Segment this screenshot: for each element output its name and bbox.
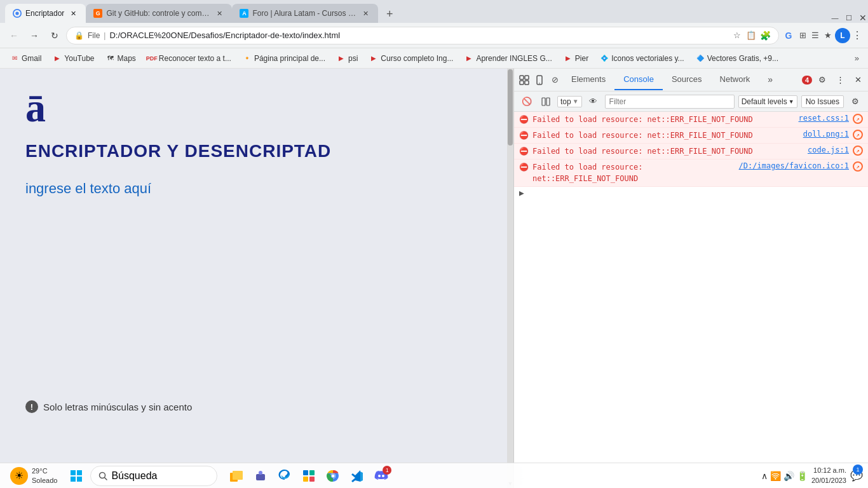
error-link-3[interactable]: code.js:1 [808, 146, 849, 154]
taskbar-search[interactable]: Búsqueda [90, 466, 217, 486]
sidebar-icon[interactable]: ⊞ [797, 30, 808, 41]
more-bookmarks-button[interactable]: » [851, 52, 863, 64]
no-issues-button[interactable]: No Issues [801, 95, 844, 108]
user-avatar[interactable]: L [835, 28, 850, 43]
tab-encriptador[interactable]: Encriptador ✕ [5, 4, 86, 23]
menu-icon[interactable]: ⋮ [851, 30, 863, 41]
bookmark-vectores-icon[interactable]: 💠 Iconos vectoriales y... [595, 53, 689, 64]
protocol-label: File [88, 31, 100, 40]
devtools-tab-network[interactable]: Network [711, 70, 759, 90]
devtools-tab-elements[interactable]: Elements [562, 70, 614, 90]
scroll-thumb[interactable] [508, 69, 513, 146]
tab-close-encriptador[interactable]: ✕ [68, 8, 78, 18]
window-controls: — ☐ ✕ [830, 13, 868, 23]
cast-icon[interactable]: 📋 [745, 30, 757, 41]
notification-area[interactable]: 💬 1 [850, 464, 863, 487]
bookmark-reconocer[interactable]: PDF Reconocer texto a t... [142, 53, 236, 64]
devtools-block-icon[interactable]: ⊘ [547, 72, 562, 88]
tab-groups-icon[interactable]: ☰ [810, 30, 821, 41]
error-icon-2: ⛔ [519, 131, 529, 140]
svg-rect-12 [71, 477, 76, 482]
tab-close-git[interactable]: ✕ [214, 8, 224, 18]
default-levels-button[interactable]: Default levels ▼ [738, 95, 797, 108]
taskbar-app-teams[interactable] [249, 464, 272, 487]
console-gear-icon[interactable]: ⚙ [848, 94, 863, 109]
error-link-2[interactable]: doll.png:1 [803, 130, 849, 139]
console-expand-row[interactable]: ▶ [514, 187, 868, 199]
webpage-scrollbar[interactable]: ▲ ▼ [507, 69, 513, 488]
devtools-tab-console[interactable]: Console [614, 70, 663, 90]
devtools-settings-icon[interactable]: ⚙ [815, 72, 830, 88]
webpage: ā ENCRIPTADOR Y DESENCRIPTAD ingrese el … [0, 69, 513, 488]
close-button[interactable]: ✕ [858, 13, 868, 23]
taskbar-weather[interactable]: ☀ 29°C Soleado [5, 465, 62, 486]
taskbar-app-discord[interactable]: 1 [370, 464, 393, 487]
new-tab-button[interactable]: + [381, 5, 398, 23]
console-clear-icon[interactable]: 🚫 [519, 94, 534, 109]
edge-icon [278, 469, 292, 483]
bookmark-pagina[interactable]: 🔸 Página principal de... [238, 53, 330, 64]
reload-button[interactable]: ↻ [46, 27, 64, 44]
notification-badge: 1 [853, 464, 863, 475]
bookmark-pier[interactable]: ▶ Pier [559, 53, 593, 64]
nav-bar: ← → ↻ 🔒 File | D:/ORACLE%20ONE/Desafios/… [0, 23, 868, 48]
error-link-4[interactable]: /D:/images/favicon.ico:1 [739, 161, 849, 170]
maximize-button[interactable]: ☐ [844, 13, 854, 23]
devtools-tab-more[interactable]: » [759, 70, 782, 90]
taskbar-date-display: 20/01/2023 [811, 476, 846, 485]
bookmark-label-reconocer: Reconocer texto a t... [159, 54, 231, 63]
bookmark-label-curso: Curso completo Ing... [381, 54, 453, 63]
taskbar-clock[interactable]: 10:12 a.m. 20/01/2023 [811, 466, 846, 485]
bookmark-aprender[interactable]: ▶ Aprender INGLES G... [459, 53, 557, 64]
wifi-icon[interactable]: 🛜 [770, 471, 781, 481]
bookmarks-icon[interactable]: ★ [822, 30, 834, 41]
taskbar-app-store[interactable] [297, 464, 320, 487]
chevron-up-icon[interactable]: ∧ [761, 471, 768, 481]
tab-alura[interactable]: A Foro | Alura Latam - Cursos onlin... ✕ [232, 4, 378, 23]
taskbar-app-edge[interactable] [273, 464, 296, 487]
tab-favicon-encriptador [13, 9, 22, 18]
taskbar-app-explorer[interactable] [225, 464, 248, 487]
devtools-inspect-icon[interactable] [517, 72, 532, 88]
console-error-4: ⛔ Failed to load resource: net::ERR_FILE… [514, 159, 868, 187]
svg-rect-9 [546, 98, 550, 105]
error-link-1[interactable]: reset.css:1 [799, 114, 849, 123]
search-icon [98, 471, 107, 480]
devtools-close-icon[interactable]: ✕ [850, 72, 865, 88]
address-bar[interactable]: 🔒 File | D:/ORACLE%20ONE/Desafios/Encrip… [66, 27, 779, 44]
console-filter-input[interactable] [605, 95, 735, 109]
taskbar-app-chrome[interactable] [322, 464, 344, 487]
svg-point-27 [332, 474, 335, 477]
bookmark-label-aprender: Aprender INGLES G... [476, 54, 552, 63]
taskbar: ☀ 29°C Soleado Búsqueda [0, 463, 868, 488]
console-error-2: ⛔ Failed to load resource: net::ERR_FILE… [514, 128, 868, 144]
bookmark-maps[interactable]: 🗺 Maps [101, 53, 141, 64]
bookmark-gmail[interactable]: ✉ Gmail [5, 53, 46, 64]
bookmark-star-icon[interactable]: ☆ [731, 30, 743, 41]
tab-close-alura[interactable]: ✕ [360, 8, 370, 18]
bookmark-youtube[interactable]: ▶ YouTube [48, 53, 99, 64]
minimize-button[interactable]: — [830, 13, 840, 23]
svg-rect-5 [525, 81, 529, 85]
taskbar-app-vscode[interactable] [346, 464, 369, 487]
forward-button[interactable]: → [25, 27, 43, 44]
bookmark-psi[interactable]: ▶ psi [332, 53, 363, 64]
extensions-icon[interactable]: 🧩 [759, 30, 771, 41]
console-expand-icon[interactable] [538, 94, 553, 109]
bookmark-label-pier: Pier [575, 54, 588, 63]
google-icon[interactable]: G [782, 29, 796, 43]
devtools-mobile-icon[interactable] [532, 72, 547, 88]
bookmark-curso[interactable]: ▶ Curso completo Ing... [364, 53, 458, 64]
bookmark-vectores-gratis[interactable]: 🔷 Vectores Gratis, +9... [691, 53, 783, 64]
console-eye-icon[interactable]: 👁 [586, 94, 601, 109]
back-button[interactable]: ← [5, 27, 23, 44]
error-msg-2: Failed to load resource: net::ERR_FILE_N… [532, 130, 799, 141]
tab-git[interactable]: G Git y GitHub: controle y compart... ✕ [86, 4, 232, 23]
console-top-selector[interactable]: top ▼ [557, 96, 582, 107]
start-button[interactable] [65, 464, 88, 487]
devtools-tab-sources[interactable]: Sources [663, 70, 711, 90]
battery-icon[interactable]: 🔋 [797, 471, 808, 481]
devtools-more-icon[interactable]: ⋮ [832, 72, 848, 88]
teams-icon [254, 469, 268, 483]
volume-icon[interactable]: 🔊 [783, 471, 794, 481]
